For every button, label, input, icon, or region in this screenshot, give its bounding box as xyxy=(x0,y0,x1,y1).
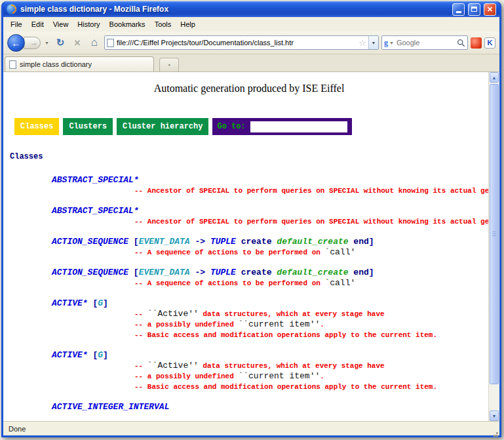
classes-button[interactable]: Classes xyxy=(14,118,59,135)
menu-tools[interactable]: Tools xyxy=(150,18,176,30)
class-comment: -- A sequence of actions to be performed… xyxy=(134,278,488,289)
scroll-down-icon[interactable]: ▼ xyxy=(490,410,499,421)
stop-button[interactable]: ✕ xyxy=(70,35,85,50)
scrollbar-thumb[interactable] xyxy=(490,84,499,384)
tab-label: simple class dictionary xyxy=(20,60,92,68)
class-title-link[interactable]: ACTION_SEQUENCE [EVENT_DATA -> TUPLE cre… xyxy=(52,236,488,247)
minimize-icon xyxy=(456,11,461,13)
class-entries: ABSTRACT_SPECIAL*-- Ancestor of SPECIAL … xyxy=(10,174,488,412)
class-comment: -- Basic access and modification operati… xyxy=(134,330,488,340)
class-comment: -- Ancestor of SPECIAL to perform querie… xyxy=(134,186,488,196)
addon-icon-k[interactable]: K xyxy=(484,37,495,49)
scroll-up-icon[interactable]: ▲ xyxy=(490,72,499,83)
close-button[interactable]: ✕ xyxy=(484,3,496,16)
forward-button[interactable]: → xyxy=(24,37,41,49)
url-dropdown-button[interactable]: ▼ xyxy=(368,36,378,49)
class-comment: -- a possibly undefined ``current item''… xyxy=(134,371,488,382)
class-comment: -- Ancestor of SPECIAL to perform querie… xyxy=(134,216,488,227)
goto-box: Go to: xyxy=(212,118,351,135)
tab-favicon xyxy=(9,60,16,69)
resize-grip[interactable] xyxy=(496,432,498,434)
status-bar: Done xyxy=(3,421,499,435)
clusters-button[interactable]: Clusters xyxy=(63,118,113,135)
home-button[interactable]: ⌂ xyxy=(87,35,102,50)
class-entry: ACTION_SEQUENCE [EVENT_DATA -> TUPLE cre… xyxy=(10,267,488,289)
page-heading: Automatic generation produced by ISE Eif… xyxy=(10,83,488,94)
class-entry: ABSTRACT_SPECIAL*-- Ancestor of SPECIAL … xyxy=(10,174,488,196)
new-tab-button[interactable]: ▪ xyxy=(159,58,179,71)
status-text: Done xyxy=(9,425,26,433)
browser-window: simple class dictionary - Mozilla Firefo… xyxy=(1,1,501,437)
page-nav-buttons: Classes Clusters Cluster hierarchy Go to… xyxy=(14,118,488,135)
client-area: File Edit View History Bookmarks Tools H… xyxy=(3,17,499,435)
bookmark-star-icon[interactable]: ☆ xyxy=(357,38,368,48)
goto-input[interactable] xyxy=(250,121,347,132)
url-input[interactable] xyxy=(114,39,357,47)
class-title-link[interactable]: ABSTRACT_SPECIAL* xyxy=(52,205,488,216)
search-engine-dropdown-icon[interactable]: ▼ xyxy=(388,41,395,45)
class-comment: -- A sequence of actions to be performed… xyxy=(134,247,488,258)
search-bar[interactable]: g ▼ xyxy=(381,35,468,50)
menu-edit[interactable]: Edit xyxy=(27,18,48,30)
tab-simple-class-dictionary[interactable]: simple class dictionary xyxy=(5,56,154,71)
maximize-button[interactable] xyxy=(468,3,480,16)
address-bar[interactable]: ☆ ▼ xyxy=(104,35,379,50)
addon-icon-red[interactable] xyxy=(471,37,482,49)
class-title-link[interactable]: ABSTRACT_SPECIAL* xyxy=(52,174,488,186)
search-input[interactable] xyxy=(395,39,457,47)
history-dropdown-icon[interactable]: ▼ xyxy=(43,41,50,45)
search-icon[interactable] xyxy=(457,39,465,47)
back-button[interactable]: ← xyxy=(7,34,25,52)
class-title-link[interactable]: ACTIVE* [G] xyxy=(52,350,488,361)
menu-bar: File Edit View History Bookmarks Tools H… xyxy=(3,17,499,31)
page-viewport: Automatic generation produced by ISE Eif… xyxy=(3,72,488,421)
class-title-link[interactable]: ACTION_SEQUENCE [EVENT_DATA -> TUPLE cre… xyxy=(52,267,488,278)
class-entry: ABSTRACT_SPECIAL*-- Ancestor of SPECIAL … xyxy=(10,205,488,227)
class-entry: ACTIVE* [G]-- ``Active'' data structures… xyxy=(10,298,488,340)
goto-label: Go to: xyxy=(217,122,245,131)
class-entry: ACTIVE_INTEGER_INTERVAL xyxy=(10,401,488,412)
reload-button[interactable]: ↻ xyxy=(53,35,68,50)
class-title-link[interactable]: ACTIVE_INTEGER_INTERVAL xyxy=(52,401,488,412)
class-comment: -- a possibly undefined ``current item''… xyxy=(134,319,488,330)
class-title-link[interactable]: ACTIVE* [G] xyxy=(52,298,488,309)
maximize-icon xyxy=(471,7,477,12)
class-comment: -- ``Active'' data structures, which at … xyxy=(134,309,488,319)
section-title: Classes xyxy=(10,152,488,161)
title-bar[interactable]: simple class dictionary - Mozilla Firefo… xyxy=(3,1,499,17)
menu-bookmarks[interactable]: Bookmarks xyxy=(105,18,150,30)
window-title: simple class dictionary - Mozilla Firefo… xyxy=(20,5,449,14)
menu-history[interactable]: History xyxy=(73,18,104,30)
menu-file[interactable]: File xyxy=(6,18,27,30)
minimize-button[interactable] xyxy=(452,3,465,16)
class-entry: ACTIVE* [G]-- ``Active'' data structures… xyxy=(10,350,488,392)
firefox-icon xyxy=(7,4,17,14)
menu-help[interactable]: Help xyxy=(176,18,200,30)
tab-bar: simple class dictionary ▪ xyxy=(3,54,499,72)
navigation-toolbar: ← → ▼ ↻ ✕ ⌂ ☆ ▼ g ▼ K xyxy=(3,31,499,54)
class-comment: -- ``Active'' data structures, which at … xyxy=(134,361,488,371)
cluster-hierarchy-button[interactable]: Cluster hierarchy xyxy=(117,118,208,135)
vertical-scrollbar[interactable]: ▲ ▼ xyxy=(488,72,499,421)
class-entry: ACTION_SEQUENCE [EVENT_DATA -> TUPLE cre… xyxy=(10,236,488,258)
page-favicon xyxy=(107,39,114,47)
content-area: Automatic generation produced by ISE Eif… xyxy=(3,72,499,421)
class-comment: -- Basic access and modification operati… xyxy=(134,382,488,392)
menu-view[interactable]: View xyxy=(48,18,73,30)
